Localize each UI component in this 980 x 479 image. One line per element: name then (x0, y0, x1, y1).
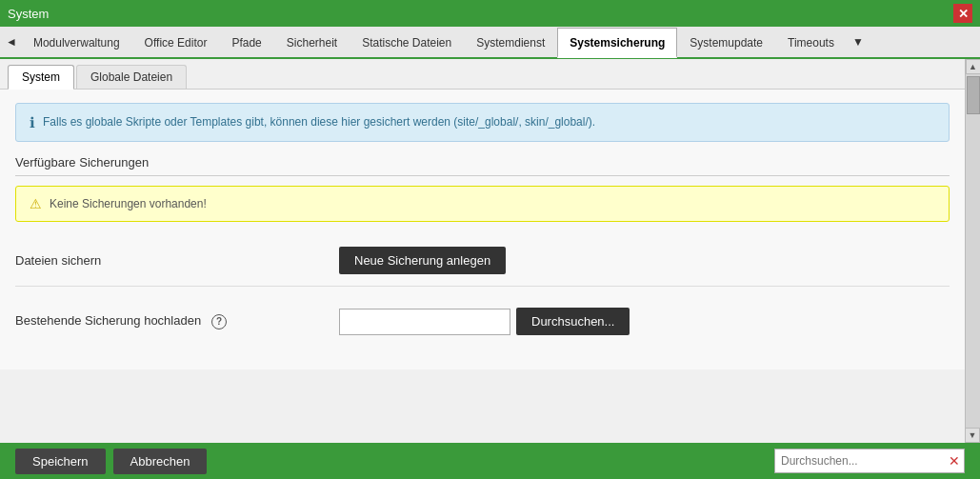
tab-systemsicherung[interactable]: Systemsicherung (557, 28, 677, 58)
info-text: Falls es globale Skripte oder Templates … (43, 113, 595, 130)
tab-systemdienst[interactable]: Systemdienst (464, 27, 557, 57)
scrollbar-down[interactable]: ▼ (965, 428, 980, 443)
scrollbar-up[interactable]: ▲ (966, 59, 981, 74)
backup-files-row: Dateien sichern Neue Sicherung anlegen (15, 235, 950, 287)
tab-pfade[interactable]: Pfade (219, 27, 273, 57)
file-input-area: Durchsuchen... (339, 308, 630, 335)
tab-office-editor[interactable]: Office Editor (132, 27, 220, 57)
main-layout: System Globale Dateien ℹ Falls es global… (0, 59, 980, 443)
tab-statische-dateien[interactable]: Statische Dateien (350, 27, 464, 57)
tab-scroll-left[interactable]: ◄ (2, 27, 21, 57)
search-clear-button[interactable]: ✕ (945, 453, 964, 469)
upload-backup-row: Bestehende Sicherung hochladen ? Durchsu… (15, 296, 950, 347)
subtab-system[interactable]: System (8, 65, 74, 90)
search-input[interactable] (775, 449, 945, 472)
scrollbar-thumb[interactable] (967, 76, 980, 114)
page-content: ℹ Falls es globale Skripte oder Template… (0, 90, 965, 369)
bottom-buttons: Speichern Abbrechen (15, 449, 207, 474)
window-title: System (8, 7, 49, 21)
tab-timeouts[interactable]: Timeouts (775, 27, 847, 57)
backup-files-label: Dateien sichern (15, 253, 339, 268)
tab-navigation: ◄ Modulverwaltung Office Editor Pfade Si… (0, 27, 980, 59)
tab-systemupdate[interactable]: Systemupdate (677, 27, 775, 57)
available-backups-section: Verfügbare Sicherungen ⚠ Keine Sicherung… (15, 155, 950, 222)
browse-button[interactable]: Durchsuchen... (516, 308, 630, 335)
upload-backup-label: Bestehende Sicherung hochladen ? (15, 313, 339, 329)
title-bar: System ✕ (0, 0, 980, 27)
help-icon[interactable]: ? (211, 314, 227, 329)
content-area: System Globale Dateien ℹ Falls es global… (0, 59, 965, 443)
info-box: ℹ Falls es globale Skripte oder Template… (15, 103, 950, 142)
tab-sicherheit[interactable]: Sicherheit (274, 27, 350, 57)
search-box: ✕ (774, 449, 965, 473)
subtab-globale-dateien[interactable]: Globale Dateien (76, 65, 187, 89)
new-backup-button[interactable]: Neue Sicherung anlegen (339, 247, 506, 274)
tab-more-button[interactable]: ▼ (847, 35, 870, 49)
save-button[interactable]: Speichern (15, 449, 106, 474)
warning-box: ⚠ Keine Sicherungen vorhanden! (15, 186, 950, 222)
info-icon: ℹ (30, 114, 35, 131)
file-text-input[interactable] (339, 309, 510, 335)
scrollbar: ▲ ▼ (965, 59, 980, 443)
close-button[interactable]: ✕ (953, 4, 972, 23)
sub-tab-bar: System Globale Dateien (0, 59, 965, 90)
tab-modulverwaltung[interactable]: Modulverwaltung (21, 27, 132, 57)
bottom-bar: Speichern Abbrechen ✕ (0, 443, 980, 479)
available-backups-heading: Verfügbare Sicherungen (15, 155, 950, 176)
warning-icon: ⚠ (30, 196, 42, 211)
warning-text: Keine Sicherungen vorhanden! (50, 197, 207, 210)
cancel-button[interactable]: Abbrechen (113, 449, 208, 474)
